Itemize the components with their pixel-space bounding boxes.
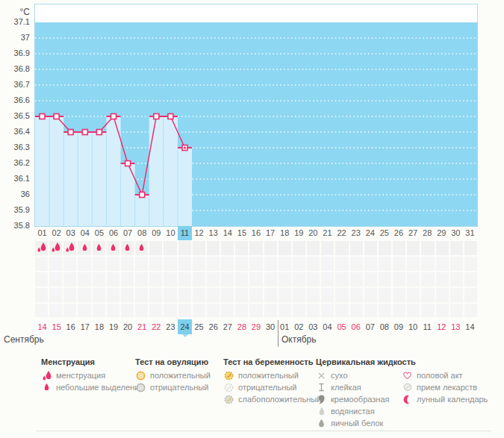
day-cell[interactable] xyxy=(149,272,162,287)
cycle-day-label[interactable]: 01 xyxy=(35,226,49,240)
day-cell[interactable] xyxy=(164,272,176,287)
cycle-day-label[interactable]: 07 xyxy=(121,226,135,240)
day-cell[interactable] xyxy=(107,257,119,271)
cycle-day-label[interactable]: 20 xyxy=(306,226,320,240)
day-cell[interactable] xyxy=(407,257,420,271)
cycle-day-label[interactable]: 26 xyxy=(391,226,405,240)
day-cell[interactable] xyxy=(293,257,305,271)
day-cell[interactable] xyxy=(379,272,391,287)
calendar-date[interactable]: 16 xyxy=(63,319,78,334)
cycle-day-label[interactable]: 24 xyxy=(363,226,377,240)
day-cell[interactable] xyxy=(193,257,205,271)
day-cell[interactable] xyxy=(49,288,62,302)
day-cell[interactable] xyxy=(436,241,449,255)
day-cell[interactable] xyxy=(350,272,363,287)
cycle-day-label[interactable]: 12 xyxy=(192,226,206,240)
day-cell[interactable] xyxy=(379,288,391,302)
day-cell[interactable] xyxy=(35,272,48,287)
calendar-date[interactable]: 30 xyxy=(264,319,278,334)
day-cell[interactable] xyxy=(235,241,248,255)
day-cell[interactable] xyxy=(464,257,477,271)
cycle-day-label[interactable]: 11 xyxy=(178,226,192,240)
day-cell[interactable] xyxy=(335,272,348,287)
day-cell[interactable] xyxy=(235,257,248,271)
day-cell[interactable] xyxy=(364,304,377,317)
day-cell[interactable] xyxy=(164,257,176,271)
day-cell[interactable] xyxy=(293,241,305,255)
day-cell[interactable] xyxy=(249,288,262,302)
day-cell[interactable] xyxy=(464,304,477,317)
day-cell[interactable] xyxy=(63,241,76,255)
day-cell[interactable] xyxy=(135,241,148,255)
day-cell[interactable] xyxy=(307,272,320,287)
cycle-day-label[interactable]: 21 xyxy=(320,226,335,240)
day-cell[interactable] xyxy=(407,272,420,287)
day-cell[interactable] xyxy=(63,257,76,271)
day-cell[interactable] xyxy=(421,241,434,255)
day-cell[interactable] xyxy=(421,288,434,302)
cycle-day-label[interactable]: 05 xyxy=(92,226,106,240)
day-cell[interactable] xyxy=(107,241,119,255)
day-cell[interactable] xyxy=(264,304,277,317)
day-cell[interactable] xyxy=(407,288,420,302)
cycle-day-label[interactable]: 09 xyxy=(149,226,164,240)
day-cell[interactable] xyxy=(121,257,134,271)
day-cell[interactable] xyxy=(35,241,48,255)
cycle-day-label[interactable]: 31 xyxy=(463,226,477,240)
day-cell[interactable] xyxy=(436,257,449,271)
day-cell[interactable] xyxy=(421,257,434,271)
day-cell[interactable] xyxy=(321,257,334,271)
day-cell[interactable] xyxy=(307,304,320,317)
day-cell[interactable] xyxy=(364,257,377,271)
cycle-day-label[interactable]: 10 xyxy=(164,226,178,240)
day-cell[interactable] xyxy=(450,257,463,271)
day-cell[interactable] xyxy=(135,288,148,302)
day-cell[interactable] xyxy=(350,304,363,317)
cycle-day-label[interactable]: 23 xyxy=(349,226,363,240)
day-cell[interactable] xyxy=(49,304,62,317)
cycle-day-label[interactable]: 17 xyxy=(264,226,278,240)
day-cell[interactable] xyxy=(135,272,148,287)
day-cell[interactable] xyxy=(207,288,220,302)
day-cell[interactable] xyxy=(393,257,405,271)
day-cell[interactable] xyxy=(63,288,76,302)
day-cell[interactable] xyxy=(93,272,105,287)
day-cell[interactable] xyxy=(379,257,391,271)
day-cell[interactable] xyxy=(379,241,391,255)
day-cell[interactable] xyxy=(350,257,363,271)
day-cell[interactable] xyxy=(149,257,162,271)
day-cell[interactable] xyxy=(264,272,277,287)
calendar-date[interactable]: 19 xyxy=(106,319,120,334)
day-cell[interactable] xyxy=(93,304,105,317)
day-cell[interactable] xyxy=(279,272,291,287)
day-cell[interactable] xyxy=(235,272,248,287)
day-cell[interactable] xyxy=(436,272,449,287)
day-cell[interactable] xyxy=(78,257,90,271)
day-cell[interactable] xyxy=(78,288,90,302)
day-cell[interactable] xyxy=(93,241,105,255)
day-cell[interactable] xyxy=(307,241,320,255)
day-cell[interactable] xyxy=(335,288,348,302)
day-cell[interactable] xyxy=(193,304,205,317)
day-cell[interactable] xyxy=(279,288,291,302)
calendar-date[interactable]: 02 xyxy=(292,319,306,334)
calendar-date[interactable]: 01 xyxy=(278,319,292,334)
day-cell[interactable] xyxy=(321,304,334,317)
day-cell[interactable] xyxy=(436,304,449,317)
day-cell[interactable] xyxy=(321,288,334,302)
cycle-day-label[interactable]: 04 xyxy=(78,226,92,240)
calendar-date[interactable]: 03 xyxy=(306,319,320,334)
day-cell[interactable] xyxy=(450,241,463,255)
day-cell[interactable] xyxy=(178,272,191,287)
day-cell[interactable] xyxy=(221,257,234,271)
day-cell[interactable] xyxy=(249,257,262,271)
day-cell[interactable] xyxy=(221,288,234,302)
day-cell[interactable] xyxy=(207,241,220,255)
calendar-date[interactable]: 29 xyxy=(249,319,263,334)
day-cell[interactable] xyxy=(207,304,220,317)
day-cell[interactable] xyxy=(49,241,62,255)
day-cell[interactable] xyxy=(149,304,162,317)
cycle-day-label[interactable]: 02 xyxy=(49,226,63,240)
calendar-date[interactable]: 11 xyxy=(420,319,435,334)
day-cell[interactable] xyxy=(364,272,377,287)
